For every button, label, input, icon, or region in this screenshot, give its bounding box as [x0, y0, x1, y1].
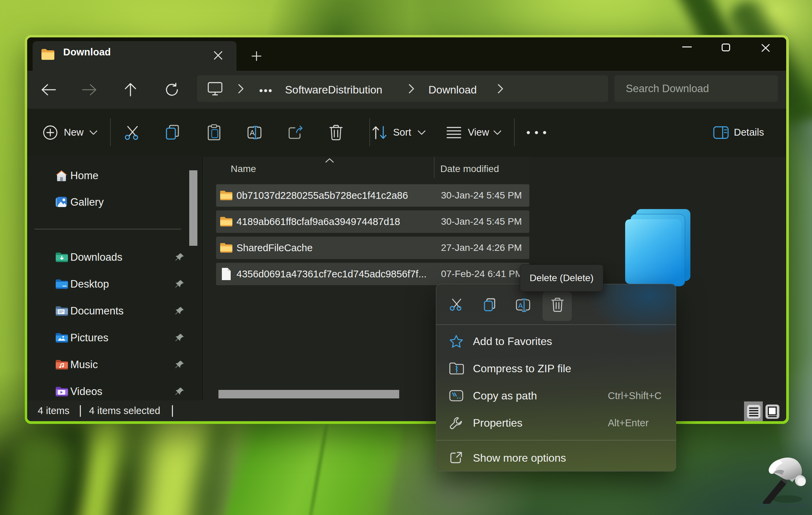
svg-text:A: A — [250, 128, 255, 137]
svg-text:A: A — [518, 302, 523, 309]
